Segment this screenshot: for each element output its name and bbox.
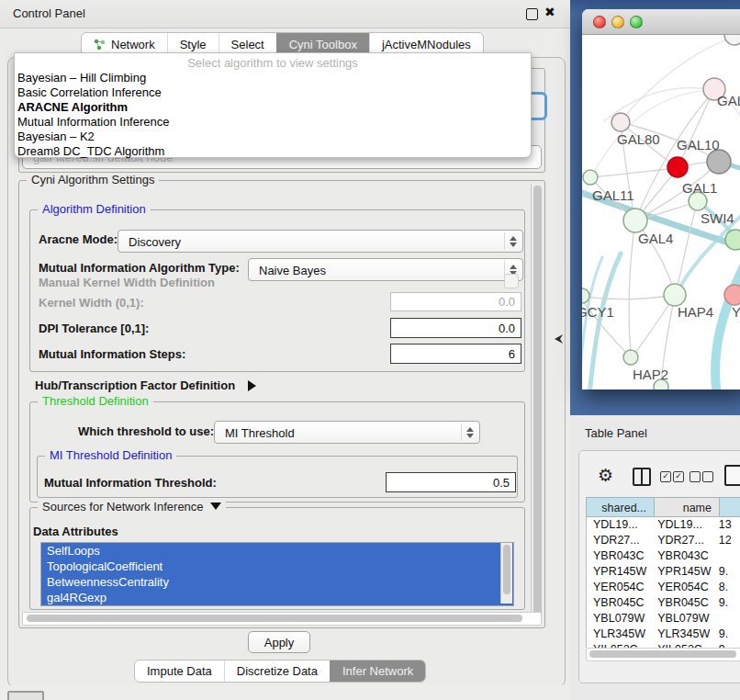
minimized-panel-button[interactable] [7, 691, 44, 700]
network-node[interactable] [667, 157, 688, 177]
close-icon[interactable]: ✖ [544, 5, 555, 19]
unchecked-checkbox-icon[interactable] [702, 471, 713, 482]
minimize-traffic-light[interactable] [611, 16, 624, 28]
split-columns-icon[interactable] [633, 468, 651, 486]
network-view-window: GALGAL80GAL10GAL1GAL11SWI4GAL4GCY1HAP4YH… [582, 9, 740, 390]
apply-button-label: Apply [264, 636, 295, 649]
tab-discretize-data[interactable]: Discretize Data [224, 660, 330, 682]
table-row[interactable]: YBL079WYBL079W [587, 611, 740, 627]
network-edge[interactable] [589, 254, 621, 390]
table-cell [712, 611, 740, 627]
data-attribute-item[interactable]: TopologicalCoefficient [41, 559, 513, 574]
which-threshold-combo[interactable]: MI Threshold [214, 421, 480, 444]
aracne-mode-value: Discovery [129, 234, 181, 248]
node-label: GCY1 [582, 304, 614, 320]
table-cell: 13 [712, 517, 740, 533]
network-node[interactable] [707, 150, 731, 174]
table-horizontal-scrollbar[interactable] [586, 648, 740, 661]
data-attribute-item[interactable]: gal4RGexp [41, 590, 513, 605]
attributes-vscroll[interactable] [500, 543, 512, 604]
table-column-header[interactable]: shared... [586, 497, 655, 517]
algorithm-option[interactable]: Bayesian – K2 [17, 130, 528, 144]
float-window-icon[interactable] [526, 8, 538, 20]
mi-type-combo[interactable]: Naive Bayes [248, 258, 523, 281]
sources-group-title[interactable]: Sources for Network Inference [38, 500, 226, 514]
table-cell: 9. [712, 564, 740, 580]
mi-threshold-label: Mutual Information Threshold: [44, 476, 217, 490]
network-edge[interactable] [582, 295, 675, 299]
algorithm-option[interactable]: ARACNE Algorithm [17, 100, 528, 115]
aracne-mode-label: Aracne Mode: [39, 232, 118, 246]
network-window-titlebar[interactable] [582, 9, 740, 35]
stepper-arrows-icon [461, 423, 477, 441]
network-node[interactable] [724, 285, 740, 305]
tab-impute-data[interactable]: Impute Data [135, 660, 224, 682]
table-row[interactable]: YPR145WYPR145W9. [587, 564, 740, 580]
network-edge[interactable] [715, 263, 740, 390]
gear-icon[interactable]: ⚙ [598, 465, 613, 486]
zoom-traffic-light[interactable] [630, 16, 643, 28]
kernel-width-label: Kernel Width (0,1): [39, 296, 144, 310]
network-graph[interactable]: GALGAL80GAL10GAL1GAL11SWI4GAL4GCY1HAP4YH… [582, 35, 740, 390]
network-node[interactable] [623, 350, 638, 365]
network-edge[interactable] [629, 220, 635, 356]
network-node[interactable] [724, 35, 740, 45]
algorithm-dropdown: Select algorithm to view settings Bayesi… [14, 52, 532, 158]
checked-checkbox-icon[interactable]: ✓ [660, 471, 671, 482]
network-node[interactable] [623, 209, 647, 232]
window-title: Control Panel [13, 6, 85, 20]
settings-vertical-scrollbar[interactable] [531, 184, 544, 623]
table-row[interactable]: YLR345WYLR345W9. [587, 627, 740, 642]
tab-impute-label: Impute Data [147, 664, 212, 678]
algorithm-option[interactable]: Dream8 DC_TDC Algorithm [17, 144, 528, 159]
algorithm-option[interactable]: Bayesian – Hill Climbing [17, 71, 528, 85]
table-cell: YBL079W [587, 611, 651, 627]
table-hscroll-thumb[interactable] [589, 650, 736, 658]
node-label: HAP4 [678, 304, 713, 320]
settings-hscroll-thumb[interactable] [27, 615, 522, 622]
table-row[interactable]: YDL19...YDL19...13 [587, 517, 740, 533]
dpi-tolerance-label: DPI Tolerance [0,1]: [39, 322, 149, 335]
mi-steps-field[interactable] [390, 344, 521, 364]
sources-title-text: Sources for Network Inference [42, 500, 204, 514]
algorithm-option[interactable]: Mutual Information Inference [17, 115, 528, 130]
settings-horizontal-scrollbar[interactable] [22, 612, 542, 626]
aracne-mode-combo[interactable]: Discovery [118, 230, 523, 253]
hub-definition-disclosure[interactable]: Hub/Transcription Factor Definition [35, 377, 256, 393]
table-row[interactable]: YDR27...YDR27...12 [587, 533, 740, 548]
network-node[interactable] [611, 113, 630, 131]
apply-button[interactable]: Apply [248, 631, 310, 653]
table-column-header[interactable]: A [720, 497, 740, 517]
table-column-header[interactable]: name [655, 497, 720, 517]
dpi-tolerance-field[interactable] [390, 318, 521, 338]
table-cell: YBR043C [651, 548, 712, 564]
network-edge[interactable] [591, 168, 677, 177]
node-label: GAL1 [682, 180, 717, 196]
unchecked-checkbox-icon[interactable] [690, 471, 701, 482]
table-row[interactable]: YBR045CYBR045C9. [587, 595, 740, 611]
table-cell: YBR043C [587, 548, 651, 564]
data-attributes-list: SelfLoopsTopologicalCoefficientBetweenne… [40, 542, 514, 606]
tab-network-label: Network [111, 38, 155, 51]
data-attribute-item[interactable]: BetweennessCentrality [41, 574, 513, 590]
checked-checkbox-icon[interactable]: ✓ [673, 471, 684, 482]
network-edge[interactable] [676, 201, 698, 294]
data-attribute-item[interactable]: SelfLoops [41, 543, 513, 559]
network-node[interactable] [725, 230, 740, 250]
network-node[interactable] [583, 170, 598, 185]
table-row[interactable]: YBR043CYBR043C [587, 548, 740, 564]
algorithm-option[interactable]: Basic Correlation Inference [17, 85, 528, 100]
mi-threshold-field[interactable] [386, 472, 516, 492]
mi-type-value: Naive Bayes [259, 263, 326, 277]
table-cell: YDR27... [587, 533, 651, 548]
settings-vscroll-thumb[interactable] [533, 186, 542, 617]
table-cell: YER054C [587, 580, 651, 595]
document-icon[interactable] [724, 465, 740, 486]
table-row[interactable]: YER054CYER054C8. [587, 580, 740, 595]
network-node[interactable] [664, 284, 686, 306]
tab-infer-network[interactable]: Infer Network [330, 660, 425, 682]
node-label: GAL80 [617, 131, 660, 147]
attributes-vscroll-thumb[interactable] [503, 545, 510, 594]
disclosure-down-icon [210, 502, 221, 510]
close-traffic-light[interactable] [593, 16, 606, 28]
